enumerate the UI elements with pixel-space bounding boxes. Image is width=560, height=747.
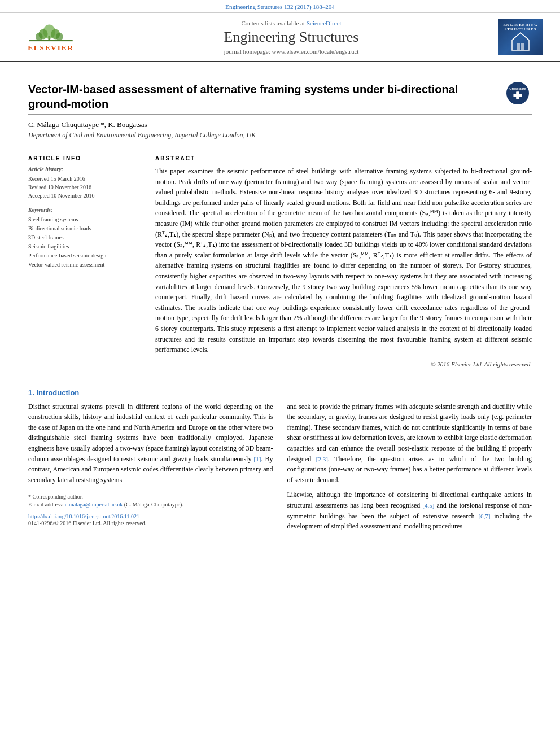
intro-column-right: and seek to provide the primary frames w… <box>287 401 532 536</box>
keywords-block: Keywords: Steel framing systems Bi-direc… <box>28 207 141 269</box>
journal-ref-text: Engineering Structures 132 (2017) 188–20… <box>225 3 335 10</box>
keyword-2: Bi-directional seismic loads <box>28 224 141 233</box>
journal-homepage: journal homepage: www.elsevier.com/locat… <box>90 48 492 55</box>
affiliation-line: Department of Civil and Environmental En… <box>28 131 532 139</box>
abstract-text: This paper examines the seismic performa… <box>155 166 532 355</box>
svg-rect-9 <box>521 43 524 50</box>
elsevier-logo-area: ELSEVIER <box>17 21 90 53</box>
journal-badge-area: ENGINEERING STRUCTURES <box>492 19 543 55</box>
journal-logo-badge: ENGINEERING STRUCTURES <box>498 19 543 55</box>
keyword-4: Seismic fragilities <box>28 242 141 251</box>
received-date: Received 15 March 2016 <box>28 174 141 183</box>
svg-line-10 <box>512 33 520 40</box>
email-footnote: E-mail address: c.malaga@imperial.ac.uk … <box>28 501 273 509</box>
svg-line-11 <box>520 33 529 40</box>
revised-date: Revised 10 November 2016 <box>28 183 141 191</box>
introduction-section: 1. Introduction Distinct structural syst… <box>28 388 532 536</box>
journal-header: ELSEVIER Contents lists available at Sci… <box>0 13 560 62</box>
abstract-paragraph: This paper examines the seismic performa… <box>155 166 532 355</box>
svg-point-5 <box>56 33 63 41</box>
ref-45[interactable]: [4,5] <box>422 502 434 509</box>
keyword-1: Steel framing systems <box>28 215 141 224</box>
article-history-heading: Article history: <box>28 166 141 172</box>
intro-column-left: Distinct structural systems prevail in d… <box>28 401 273 536</box>
keywords-heading: Keywords: <box>28 207 141 213</box>
keyword-3: 3D steel frames <box>28 233 141 242</box>
doi-link[interactable]: http://dx.doi.org/10.1016/j.engstruct.20… <box>28 513 273 519</box>
copyright-line: © 2016 Elsevier Ltd. All rights reserved… <box>155 361 532 368</box>
ref-67[interactable]: [6,7] <box>478 513 490 519</box>
elsevier-tree-icon <box>25 21 76 42</box>
svg-marker-7 <box>512 33 529 50</box>
elsevier-logo: ELSEVIER <box>17 21 85 53</box>
journal-reference-bar: Engineering Structures 132 (2017) 188–20… <box>0 0 560 13</box>
svg-rect-6 <box>29 40 72 41</box>
article-history-block: Article history: Received 15 March 2016 … <box>28 166 141 200</box>
sciencedirect-link[interactable]: ScienceDirect <box>307 20 342 27</box>
crossmark-badge-area: CrossMark <box>506 82 532 107</box>
ref-1[interactable]: [1] <box>254 456 261 462</box>
introduction-title: 1. Introduction <box>28 388 532 397</box>
badge-building-icon <box>509 32 532 51</box>
intro-col2-text: and seek to provide the primary frames w… <box>287 401 532 532</box>
intro-col1-text: Distinct structural systems prevail in d… <box>28 401 273 486</box>
ref-23[interactable]: [2,3] <box>316 456 328 462</box>
article-info-heading: ARTICLE INFO <box>28 155 141 161</box>
badge-title-line1: ENGINEERING STRUCTURES <box>503 23 538 32</box>
footnote-divider <box>28 490 73 490</box>
main-content-area: Vector-IM-based assessment of alternativ… <box>0 62 560 548</box>
author-names: C. Málaga-Chuquitaype *, K. Bougatsas <box>28 120 147 129</box>
article-title-section: Vector-IM-based assessment of alternativ… <box>28 73 532 115</box>
article-info-abstract-section: ARTICLE INFO Article history: Received 1… <box>28 148 532 368</box>
introduction-body: Distinct structural systems prevail in d… <box>28 401 532 536</box>
article-title: Vector-IM-based assessment of alternativ… <box>28 82 495 111</box>
keyword-5: Performance-based seismic design <box>28 251 141 260</box>
contents-available-text: Contents lists available at ScienceDirec… <box>90 20 492 27</box>
svg-text:CrossMark: CrossMark <box>509 87 526 90</box>
svg-point-4 <box>36 33 43 41</box>
accepted-date: Accepted 10 November 2016 <box>28 191 141 200</box>
corresponding-author-note: * Corresponding author. <box>28 493 273 501</box>
email-link[interactable]: c.malaga@imperial.ac.uk <box>65 501 123 508</box>
abstract-column: ABSTRACT This paper examines the seismic… <box>155 155 532 368</box>
elsevier-brand-text: ELSEVIER <box>28 43 74 53</box>
journal-title-area: Contents lists available at ScienceDirec… <box>90 20 492 55</box>
journal-title: Engineering Structures <box>90 29 492 46</box>
issn-text: 0141-0296/© 2016 Elsevier Ltd. All right… <box>28 519 273 527</box>
svg-rect-15 <box>513 94 522 97</box>
crossmark-icon[interactable]: CrossMark <box>506 82 529 104</box>
footnote-corresponding: * Corresponding author. E-mail address: … <box>28 493 273 509</box>
keyword-6: Vector-valued seismic assessment <box>28 260 141 269</box>
authors-line: C. Málaga-Chuquitaype *, K. Bougatsas <box>28 120 532 129</box>
abstract-heading: ABSTRACT <box>155 155 532 161</box>
article-info-column: ARTICLE INFO Article history: Received 1… <box>28 155 141 368</box>
doi-section: http://dx.doi.org/10.1016/j.engstruct.20… <box>28 513 273 527</box>
section-divider <box>28 378 532 378</box>
svg-rect-8 <box>517 43 520 50</box>
